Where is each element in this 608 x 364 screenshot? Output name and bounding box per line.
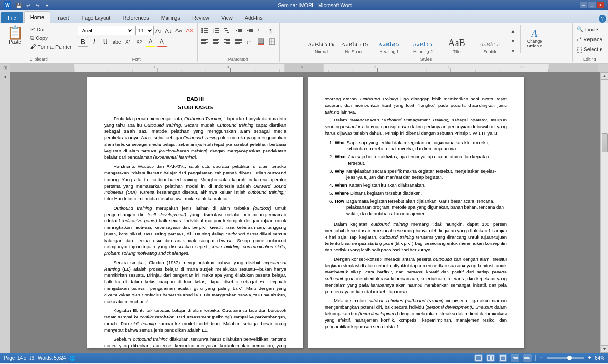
style-subtitle-label: Subtitle (484, 49, 498, 54)
zoom-slider[interactable] (547, 357, 584, 359)
zoom-out-btn[interactable]: − (540, 355, 543, 361)
tab-addins[interactable]: Add-Ins (239, 12, 269, 23)
list-what-text: Apa saja bentuk aktivitas, apa temanya, … (348, 153, 507, 167)
find-button[interactable]: 🔍 Find ▾ (575, 25, 600, 33)
style-no-space[interactable]: AaBbCcDc No Spaci... (339, 25, 372, 55)
paragraph-1: Tentu kita pernah mendengar kata, Outbou… (104, 115, 286, 160)
tab-review[interactable]: Review (186, 12, 215, 23)
scroll-thumb[interactable] (602, 133, 608, 152)
decrease-indent-btn[interactable] (233, 25, 243, 36)
font-color-btn[interactable]: A (157, 37, 167, 47)
zoom-in-btn[interactable]: + (588, 355, 591, 361)
scroll-down-btn[interactable]: ▼ (601, 345, 608, 353)
svg-rect-35 (224, 42, 230, 43)
svg-text:3.: 3. (213, 30, 214, 33)
align-left-btn[interactable] (199, 37, 210, 47)
svg-rect-12 (224, 28, 227, 29)
style-no-space-preview: AaBbCcDc (342, 41, 370, 48)
close-btn[interactable]: ✕ (597, 2, 604, 8)
select-button[interactable]: ⬚ Select ▾ (575, 45, 604, 54)
svg-rect-7 (215, 28, 219, 29)
redo-quick-btn[interactable]: ↪ (34, 1, 41, 9)
clear-format-btn[interactable]: A✕ (185, 25, 195, 36)
scroll-up-btn[interactable]: ▲ (601, 72, 608, 80)
style-subtitle[interactable]: AaBbCc. Subtitle (474, 25, 507, 55)
line-spacing-btn[interactable]: ↕≡ (244, 37, 255, 47)
tab-page-layout[interactable]: Page Layout (76, 12, 117, 23)
svg-point-0 (201, 28, 203, 30)
align-right-btn[interactable] (222, 37, 232, 47)
maximize-btn[interactable]: □ (588, 2, 596, 8)
find-label: Find (585, 27, 594, 32)
text-highlight-btn[interactable]: A (145, 37, 156, 47)
title-bar-controls[interactable]: ─ □ ✕ (580, 2, 604, 8)
customize-quick-btn[interactable]: ▾ (43, 1, 51, 9)
tab-view[interactable]: View (215, 12, 239, 23)
shading-btn[interactable] (256, 37, 266, 47)
copy-button[interactable]: ⧉ Copy (28, 34, 74, 42)
minimize-btn[interactable]: ─ (580, 2, 587, 8)
status-bar: Page: 14 of 16 Words: 5,624 🌐 − + 64% (0, 353, 608, 363)
draft-btn[interactable] (523, 354, 532, 362)
font-grow-btn[interactable]: A↑ (155, 26, 163, 35)
show-hide-btn[interactable]: ¶ (267, 25, 277, 36)
increase-indent-btn[interactable] (244, 25, 255, 36)
align-center-btn[interactable] (211, 37, 221, 47)
save-quick-btn[interactable]: 💾 (15, 1, 23, 9)
outline-btn[interactable] (511, 354, 519, 362)
bullets-btn[interactable] (199, 25, 210, 36)
italic-btn[interactable]: I (89, 37, 99, 47)
full-reading-btn[interactable] (486, 354, 495, 362)
tab-home[interactable]: Home (24, 11, 50, 23)
svg-text:3: 3 (227, 65, 229, 69)
font-shrink-btn[interactable]: A↓ (164, 26, 173, 35)
paragraph-group: 1.2.3. ↕ ¶ (198, 23, 280, 62)
replace-button[interactable]: ⇄ Replace (575, 35, 604, 44)
svg-rect-43 (258, 44, 264, 45)
subscript-btn[interactable]: X2 (123, 37, 133, 47)
style-heading2[interactable]: AaBbCc Heading 2 (407, 25, 440, 55)
undo-quick-btn[interactable]: ↩ (24, 1, 32, 9)
web-layout-btn[interactable] (499, 354, 507, 362)
help-btn[interactable]: ? (599, 15, 606, 23)
zoom-thumb[interactable] (567, 356, 572, 360)
font-case-btn[interactable]: Aa (174, 25, 184, 36)
styles-expand[interactable]: ▾ (509, 46, 517, 55)
underline-btn[interactable]: U (100, 37, 111, 47)
tab-mailings[interactable]: Mailings (155, 12, 186, 23)
tab-references[interactable]: References (116, 12, 155, 23)
language-icon: 🌐 (69, 356, 75, 361)
ribbon-tabs: File Home Insert Page Layout References … (0, 10, 608, 23)
page-right: seorang atasan. Outbound Training juga d… (308, 77, 524, 348)
bold-btn[interactable]: B (78, 37, 88, 47)
styles-scroll-up[interactable]: ▲ (509, 26, 517, 36)
format-painter-label: Format Painter (38, 44, 72, 50)
list-item-2: 2. What Apa saja bentuk aktivitas, apa t… (329, 153, 507, 167)
borders-btn[interactable] (267, 37, 277, 47)
multilevel-btn[interactable] (222, 25, 232, 36)
svg-text:↕: ↕ (258, 27, 260, 32)
format-painter-button[interactable]: 🖌 Format Painter (28, 43, 74, 51)
print-layout-btn[interactable] (474, 354, 483, 362)
ruler-left-corner[interactable]: ⊞ (0, 64, 10, 72)
list-num-6: 6. (329, 198, 333, 217)
sort-btn[interactable]: ↕ (256, 25, 266, 36)
tab-insert[interactable]: Insert (50, 12, 76, 23)
page-nav-icon[interactable]: ◂ (4, 74, 6, 79)
font-family-select[interactable]: Arial (78, 26, 134, 35)
cut-button[interactable]: ✂ Cut (28, 25, 74, 33)
tab-file[interactable]: File (1, 12, 23, 23)
style-title[interactable]: AaB Title (441, 25, 473, 55)
style-heading1[interactable]: AaBbCc Heading 1 (373, 25, 406, 55)
superscript-btn[interactable]: X2 (134, 37, 144, 47)
scroll-track[interactable] (601, 80, 608, 345)
paste-button[interactable]: 📋 Paste (4, 25, 26, 46)
justify-btn[interactable] (233, 37, 243, 47)
styles-divider (520, 25, 521, 53)
style-normal[interactable]: AaBbCcDc Normal (305, 25, 338, 55)
font-size-select[interactable]: 11 (135, 26, 154, 35)
styles-scroll-down[interactable]: ▼ (509, 36, 517, 46)
strikethrough-btn[interactable]: abc (112, 37, 122, 47)
change-styles-button[interactable]: 𝐴 ChangeStyles ▾ (523, 25, 547, 51)
numbering-btn[interactable]: 1.2.3. (211, 25, 221, 36)
